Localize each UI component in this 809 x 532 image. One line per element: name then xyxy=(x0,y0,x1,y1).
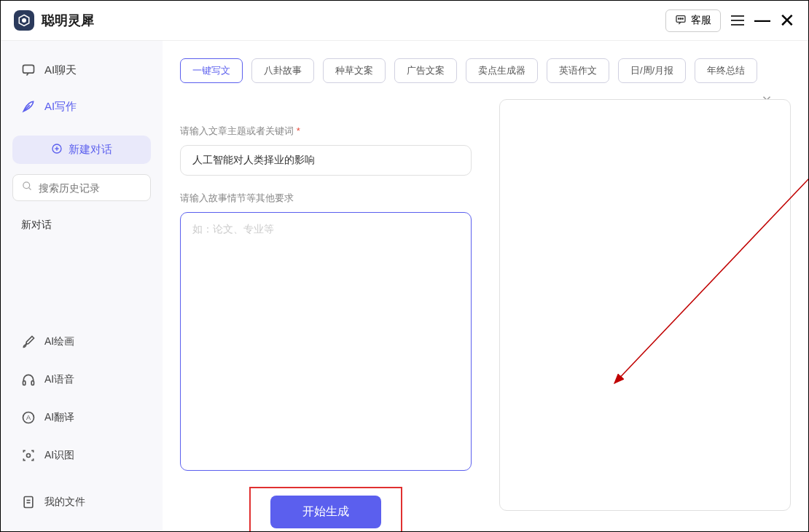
sidebar-item-label: AI语音 xyxy=(44,373,74,386)
sidebar-item-label: 我的文件 xyxy=(44,496,85,509)
svg-point-16 xyxy=(27,454,31,458)
sidebar-item-chat[interactable]: AI聊天 xyxy=(9,54,154,86)
sidebar-item-label: AI写作 xyxy=(44,100,77,114)
tab-yearend[interactable]: 年终总结 xyxy=(695,58,757,83)
headphones-icon xyxy=(21,372,36,387)
details-textarea[interactable] xyxy=(180,212,472,471)
generate-button[interactable]: 开始生成 xyxy=(270,496,381,528)
sidebar-item-ocr[interactable]: AI识图 xyxy=(9,439,154,472)
close-button[interactable]: ✕ xyxy=(779,12,795,28)
menu-icon xyxy=(731,15,744,26)
sidebar-item-paint[interactable]: AI绘画 xyxy=(9,326,154,358)
tab-oneclick[interactable]: 一键写文 xyxy=(180,58,243,83)
svg-text:A: A xyxy=(26,414,31,421)
brush-icon xyxy=(21,335,36,349)
svg-point-10 xyxy=(23,182,30,189)
topic-label: 请输入文章主题或者关键词 * xyxy=(180,125,472,138)
app-logo xyxy=(14,10,34,31)
minimize-button[interactable]: — xyxy=(754,12,770,28)
svg-point-1 xyxy=(23,19,26,23)
svg-point-5 xyxy=(682,18,683,19)
svg-rect-12 xyxy=(23,381,26,386)
app-title: 聪明灵犀 xyxy=(42,12,94,29)
svg-rect-6 xyxy=(23,65,34,73)
details-label: 请输入故事情节等其他要求 xyxy=(180,192,472,205)
topic-input[interactable] xyxy=(180,145,472,176)
tab-selling[interactable]: 卖点生成器 xyxy=(466,58,538,83)
sidebar-item-label: AI绘画 xyxy=(44,335,74,348)
search-input[interactable] xyxy=(39,182,166,194)
sidebar-item-files[interactable]: 我的文件 xyxy=(9,486,154,518)
plus-circle-icon xyxy=(51,143,63,157)
feather-icon xyxy=(21,99,36,114)
new-chat-button[interactable]: 新建对话 xyxy=(12,136,151,164)
sidebar-item-voice[interactable]: AI语音 xyxy=(9,364,154,396)
sidebar-item-label: AI聊天 xyxy=(44,63,77,77)
tab-seed[interactable]: 种草文案 xyxy=(323,58,386,83)
chat-bubble-icon xyxy=(675,14,687,28)
preview-panel xyxy=(499,99,791,511)
tab-gossip[interactable]: 八卦故事 xyxy=(251,58,314,83)
history-item[interactable]: 新对话 xyxy=(9,211,154,239)
sidebar-item-translate[interactable]: A AI翻译 xyxy=(9,402,154,434)
svg-rect-13 xyxy=(31,381,34,386)
svg-line-11 xyxy=(28,187,31,189)
tab-ad[interactable]: 广告文案 xyxy=(394,58,457,83)
svg-point-3 xyxy=(679,18,679,19)
sidebar-item-label: AI翻译 xyxy=(44,411,74,424)
sidebar-item-label: AI识图 xyxy=(44,449,74,462)
search-icon xyxy=(22,181,33,195)
tab-report[interactable]: 日/周/月报 xyxy=(618,58,686,83)
translate-icon: A xyxy=(21,410,36,425)
support-button[interactable]: 客服 xyxy=(665,9,721,32)
tab-english[interactable]: 英语作文 xyxy=(547,58,609,83)
image-scan-icon xyxy=(21,448,36,463)
generate-highlight-box: 开始生成 xyxy=(249,487,402,532)
svg-point-4 xyxy=(680,18,681,19)
search-box[interactable] xyxy=(12,174,151,201)
sidebar-item-write[interactable]: AI写作 xyxy=(9,90,154,122)
menu-button[interactable] xyxy=(730,12,746,28)
new-chat-label: 新建对话 xyxy=(69,143,112,157)
chat-icon xyxy=(21,63,36,77)
file-icon xyxy=(21,495,36,509)
support-label: 客服 xyxy=(691,14,711,27)
